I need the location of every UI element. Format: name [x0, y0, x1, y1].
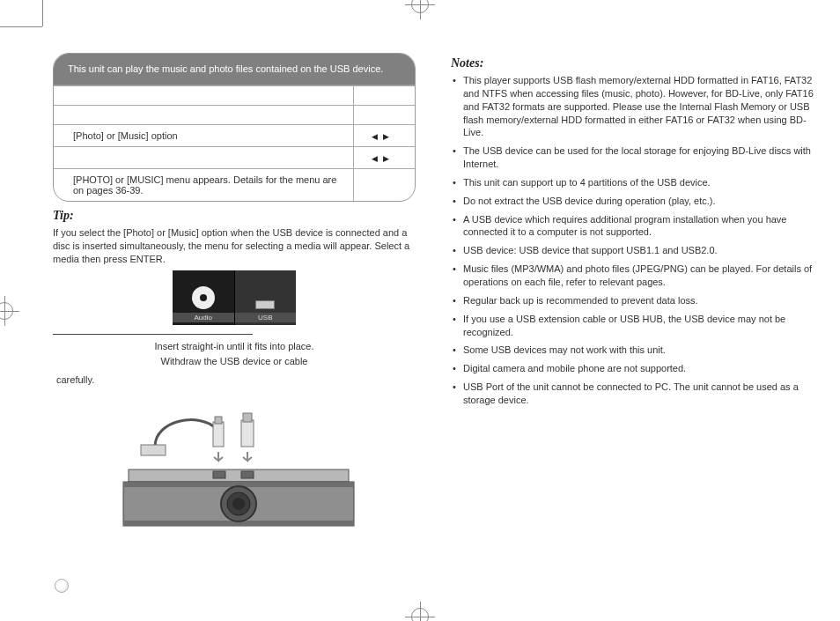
carefully-text: carefully.: [56, 373, 416, 387]
left-right-arrows-icon: [353, 124, 415, 146]
table-row: [PHOTO] or [MUSIC] menu appears. Details…: [54, 168, 415, 201]
usb-info-box: This unit can play the music and photo f…: [53, 53, 416, 202]
right-column: Notes: This player supports USB flash me…: [451, 53, 814, 586]
media-label: USB: [235, 313, 297, 322]
table-cell: [Photo] or [Music] option: [54, 124, 353, 146]
svg-rect-1: [213, 422, 224, 447]
section-divider: [53, 334, 253, 335]
table-row: [54, 146, 415, 168]
table-cell: [353, 105, 415, 124]
list-item: Do not extract the USB device during ope…: [451, 195, 814, 208]
svg-rect-2: [215, 417, 222, 424]
svg-rect-12: [213, 471, 225, 478]
tip-body: If you select the [Photo] or [Music] opt…: [53, 226, 416, 266]
media-option-usb: USB: [234, 270, 297, 325]
table-cell: [PHOTO] or [MUSIC] menu appears. Details…: [54, 168, 353, 201]
list-item: Regular back up is recommended to preven…: [451, 294, 814, 307]
table-cell: [54, 85, 353, 105]
table-row: [54, 105, 415, 124]
list-item: This unit can support up to 4 partitions…: [451, 176, 814, 189]
svg-rect-5: [129, 469, 349, 482]
device-illustration: [102, 394, 366, 535]
svg-rect-3: [241, 420, 254, 447]
list-item: The USB device can be used for the local…: [451, 144, 814, 171]
infobox-header: This unit can play the music and photo f…: [54, 54, 415, 85]
registration-mark-bottom: [411, 608, 429, 621]
left-right-arrows-icon: [353, 146, 415, 168]
svg-rect-13: [241, 471, 254, 478]
disc-icon: [192, 286, 215, 309]
table-cell: [54, 105, 353, 124]
table-cell: [54, 146, 353, 168]
list-item: USB device: USB device that support USB1…: [451, 244, 814, 257]
insert-instruction: Insert straight-in until it fits into pl…: [53, 340, 416, 353]
crop-mark: [0, 26, 42, 27]
list-item: USB Port of the unit cannot be connected…: [451, 381, 814, 407]
list-item: This player supports USB flash memory/ex…: [451, 74, 814, 139]
left-column: This unit can play the music and photo f…: [53, 53, 416, 586]
table-row: [54, 85, 415, 105]
table-row: [Photo] or [Music] option: [54, 124, 415, 146]
svg-point-11: [232, 498, 245, 510]
media-label: Audio: [173, 313, 234, 322]
page-corner-circle-icon: [55, 579, 69, 593]
svg-rect-4: [243, 413, 252, 422]
list-item: Some USB devices may not work with this …: [451, 344, 814, 357]
list-item: A USB device which requires additional p…: [451, 213, 814, 240]
usb-plug-icon: [255, 300, 275, 309]
list-item: Music files (MP3/WMA) and photo files (J…: [451, 262, 814, 289]
notes-heading: Notes:: [451, 56, 814, 70]
infobox-table: [Photo] or [Music] option [PHOTO] or [MU…: [54, 85, 415, 201]
withdraw-instruction: Withdraw the USB device or cable: [53, 355, 416, 368]
registration-mark-top: [411, 0, 429, 13]
crop-mark: [42, 0, 43, 26]
table-cell: [353, 168, 415, 201]
media-option-audio: Audio: [173, 270, 234, 325]
notes-list: This player supports USB flash memory/ex…: [451, 74, 814, 407]
tip-heading: Tip:: [53, 209, 416, 223]
media-select-screenshot: Audio USB: [173, 270, 296, 325]
list-item: If you use a USB extension cable or USB …: [451, 313, 814, 339]
svg-rect-0: [141, 445, 166, 455]
table-cell: [353, 85, 415, 105]
page-content: This unit can play the music and photo f…: [53, 53, 814, 586]
list-item: Digital camera and mobile phone are not …: [451, 362, 814, 375]
registration-mark-left: [0, 302, 13, 320]
